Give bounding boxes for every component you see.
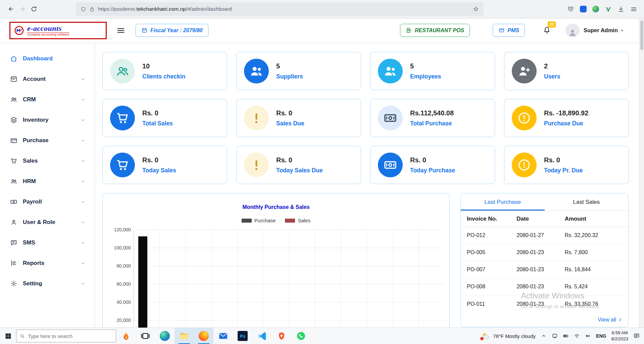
browser-actions [567,6,639,13]
stats-grid: 10 Clients checkin 5 Suppliers 5 [102,52,629,184]
view-all-link[interactable]: View all [592,313,628,327]
extension-globe-icon[interactable] [592,6,599,12]
weather-widget[interactable]: 78°F Mostly cloudy [481,332,536,341]
reload-button[interactable] [28,3,40,15]
taskbar-app[interactable] [116,328,136,344]
taskbar-search[interactable] [16,330,116,342]
shield-icon[interactable] [81,6,86,12]
chevron-down-icon [80,138,86,143]
sidebar-item[interactable]: Sales [0,151,94,171]
table-row[interactable]: PO-005 2080-01-23 Rs. 7,600 [461,244,628,261]
chart-card: Monthly Purchase & Sales Purchase Sales … [102,193,450,328]
sidebar-toggle-icon[interactable] [116,26,126,35]
taskbar-clock[interactable]: 8:59 AM 8/2/2023 [611,330,628,342]
tab[interactable]: Last Purchase [461,193,545,211]
chart-y-axis: 120,000100,00080,00060,00040,00020,000 [103,193,131,328]
person-icon [567,27,578,38]
taskbar-app[interactable] [213,328,233,344]
downloads-icon[interactable] [617,6,625,13]
table-row[interactable]: PO-007 2080-01-23 Rs. 16,844 [461,261,628,278]
scrollbar-thumb[interactable] [640,20,643,50]
monitor-tray-icon[interactable] [552,333,558,339]
logo-mark-icon [14,25,24,36]
task-view-icon [140,331,150,341]
pms-icon [498,27,505,34]
start-button[interactable] [0,328,16,344]
sidebar-item[interactable]: Dashboard [0,48,94,69]
cart-icon [110,153,135,177]
screen: https://posdemo.tekchankhatri.com.np/#/a… [0,0,644,344]
restaurant-pos-button[interactable]: RESTAURANT POS [400,24,470,37]
taskbar-app[interactable] [252,328,272,344]
weather-text: 78°F Mostly cloudy [493,333,536,339]
y-axis-tick-label: 40,000 [103,299,131,305]
language-indicator[interactable]: ENG [596,333,606,339]
search-input[interactable] [28,333,112,339]
sidebar-item[interactable]: Reports [0,253,94,273]
banknote-icon [378,106,403,130]
stat-card: Rs. -18,890.92 Purchase Due [504,99,629,137]
table-row[interactable]: PO-008 2080-01-23 Rs. 5,424 [461,278,628,295]
taskbar-app[interactable] [291,328,311,344]
tray-expand-icon[interactable] [541,333,547,339]
stat-value: Rs. 0 [276,109,304,117]
stat-value: Rs.112,540.08 [410,109,454,117]
sidebar-item[interactable]: Account [0,69,94,89]
exclamation-circle-icon [512,106,537,130]
sidebar-item-label: Setting [23,280,42,287]
taskbar-app[interactable]: Ps [233,328,252,344]
action-center-icon[interactable] [633,333,640,339]
user-plus-icon [512,59,537,83]
inventory-icon [10,116,17,124]
pos-terminal-icon [406,27,412,34]
avatar[interactable] [565,23,580,38]
forward-button[interactable] [17,3,28,15]
lock-icon[interactable] [89,6,95,12]
user-menu[interactable]: Super Admin [584,27,624,34]
fiscal-year-button[interactable]: Fiscal Year : 2079/80 [136,24,208,37]
pms-button[interactable]: PMS [493,24,525,37]
extension-blue-icon[interactable] [580,6,587,12]
sidebar-item[interactable]: SMS [0,232,94,253]
network-tray-icon[interactable] [574,333,580,339]
taskbar-app[interactable] [136,328,155,344]
bookmark-star-icon[interactable] [473,6,479,12]
taskbar-app[interactable] [175,328,194,344]
pocket-icon[interactable] [567,6,574,13]
table-row[interactable]: PO-011 2080-01-23 Rs. 33,350.76 [461,295,628,312]
stat-value: Rs. 0 [142,109,173,117]
sidebar-item[interactable]: HRM [0,171,94,191]
page-scrollbar[interactable] [639,18,644,328]
sidebar-item[interactable]: User & Role [0,212,94,232]
employees-group-icon [378,59,403,83]
sidebar-item[interactable]: Inventory [0,110,94,130]
taskbar-app[interactable] [272,328,291,344]
sidebar-item[interactable]: Setting [0,273,94,294]
amount-cell: Rs. 16,844 [565,267,622,273]
stat-card: Rs. 0 Today Sales Due [236,146,361,184]
back-button[interactable] [5,3,17,15]
taskbar-app[interactable] [155,328,175,344]
sidebar-item[interactable]: CRM [0,89,94,110]
sidebar-item[interactable]: Purchase [0,130,94,151]
table-row[interactable]: PO-012 2080-01-27 Rs. 32,200.32 [461,227,628,244]
stat-card: Rs. 0 Total Sales [102,99,227,137]
stat-label: Employees [410,73,441,80]
volume-tray-icon[interactable] [585,333,591,339]
tab[interactable]: Last Sales [545,193,629,211]
battery-tray-icon[interactable] [563,333,569,339]
stat-label: Users [544,73,560,80]
app-body: Dashboard Account CRM Inventory Purc [0,42,639,328]
taskbar-app[interactable] [194,328,213,344]
sidebar-item[interactable]: Payroll [0,191,94,212]
app-menu-icon[interactable] [630,6,637,13]
stat-value: 2 [544,62,560,70]
notifications-button[interactable]: 23 [542,25,551,36]
extension-v-icon[interactable] [605,6,612,13]
legend-item: Purchase [242,218,276,223]
app-logo[interactable]: e-accounts Complete accounting software [9,22,107,39]
stat-label: Sales Due [276,120,304,127]
url-bar[interactable]: https://posdemo.tekchankhatri.com.np/#/a… [76,2,484,16]
stat-value: 10 [142,62,185,70]
stat-card: 2 Users [504,52,629,90]
